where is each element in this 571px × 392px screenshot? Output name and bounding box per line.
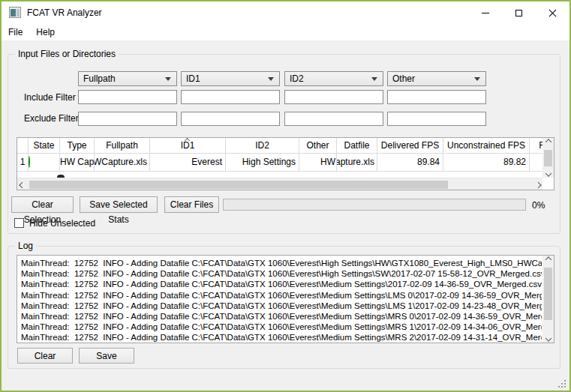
log-line: MainThread: 12752 INFO - Adding Datafile… [21,279,542,289]
header-datfile[interactable]: Datfile [337,138,377,154]
combo-value: Fullpath [79,72,165,85]
chevron-down-icon [165,77,171,81]
exclude-filter-input-2[interactable] [181,112,280,126]
row-number-header [17,138,29,154]
close-button[interactable] [536,1,569,24]
log-line: MainThread: 12752 INFO - Adding Datafile… [21,322,542,332]
chevron-down-icon [371,77,377,81]
header-delivered-fps[interactable]: Delivered FPS [377,138,443,154]
chevron-down-icon [268,77,274,81]
header-id1[interactable]: ID1 [150,138,226,154]
cell-unconstrained-fps: 89.82 [443,154,530,172]
chevron-up-icon [545,256,551,262]
title-bar[interactable]: FCAT VR Analyzer [2,1,569,24]
cell-state [29,154,60,172]
include-filter-input-1[interactable] [78,90,177,104]
log-line: MainThread: 12752 INFO - Adding Datafile… [21,290,542,301]
window-title: FCAT VR Analyzer [27,1,102,24]
log-line: MainThread: 12752 INFO - Adding Datafile… [21,258,542,268]
window-controls [468,1,569,24]
column-selector-id1[interactable]: ID1 [181,71,280,86]
log-line: MainThread: 12752 INFO - Adding Datafile… [21,301,542,311]
progress-percent: 0% [532,199,545,211]
combo-value: Other [388,72,474,85]
scroll-right-button[interactable] [531,179,542,190]
header-id2[interactable]: ID2 [226,138,299,154]
files-table: State Type Fullpath ID1 ID2 Other Datfil… [17,137,554,190]
hide-unselected-checkbox[interactable] [14,218,24,228]
scroll-down-button[interactable] [542,332,554,343]
include-filter-input-2[interactable] [181,90,280,104]
header-other[interactable]: Other [299,138,337,154]
horizontal-scroll-thumb[interactable] [29,181,448,189]
log-clear-button[interactable]: Clear [17,348,73,364]
exclude-filter-input-3[interactable] [284,112,383,126]
chevron-down-icon [545,170,551,176]
cell-id2: High Settings [226,154,299,172]
log-group-title: Log [15,241,36,251]
include-filter-input-3[interactable] [284,90,383,104]
table-vertical-scrollbar[interactable] [542,138,554,178]
combo-value: ID1 [182,72,268,85]
exclude-filter-input-1[interactable] [78,112,177,126]
save-selected-stats-button[interactable]: Save Selected Stats [80,196,158,213]
maximize-button[interactable] [502,1,536,24]
clear-files-button[interactable]: Clear Files [164,196,219,213]
table-horizontal-scrollbar[interactable] [17,178,542,190]
progress-bar [223,199,526,211]
maximize-icon [515,10,522,16]
cell-datfile: Capture.xls [337,154,377,172]
chevron-up-icon [545,139,551,145]
combo-value: ID2 [285,72,371,85]
state-green-icon [29,156,30,168]
menu-help[interactable]: Help [29,24,62,40]
column-selector-other[interactable]: Other [387,71,486,86]
close-icon [548,9,557,17]
cell-other: HW [299,154,337,172]
scroll-up-button[interactable] [542,138,554,148]
resize-grip-icon[interactable] [557,379,566,388]
include-filter-label: Include Filter [24,92,76,103]
log-line: MainThread: 12752 INFO - Adding Datafile… [21,332,542,343]
column-selector-id2[interactable]: ID2 [284,71,383,86]
log-vertical-scrollbar[interactable] [542,256,554,343]
table-row[interactable]: 1 HW Cap WCapture.xls Everest High Setti… [17,154,554,172]
header-state[interactable]: State [29,138,60,154]
header-type[interactable]: Type [60,138,95,154]
input-files-group-title: Input Files or Directories [15,49,119,59]
table-header-row: State Type Fullpath ID1 ID2 Other Datfil… [17,138,554,154]
app-icon [9,7,21,18]
minimize-icon [482,13,489,13]
scroll-up-button[interactable] [542,256,554,266]
cell-id1: Everest [150,154,226,172]
cell-fullpath: WCapture.xls [95,154,150,172]
header-fullpath[interactable]: Fullpath [95,138,150,154]
vertical-scroll-thumb[interactable] [544,150,552,166]
header-unconstrained-fps[interactable]: Unconstrained FPS [443,138,530,154]
app-window: FCAT VR Analyzer File Help Input Files o… [0,0,571,392]
exclude-filter-input-4[interactable] [387,112,486,126]
minimize-button[interactable] [468,1,502,24]
hide-unselected-label: Hide Unselected [29,218,95,229]
cell-type: HW Cap [60,154,95,172]
log-save-button[interactable]: Save [79,348,134,364]
menu-file[interactable]: File [2,24,29,40]
log-output[interactable]: MainThread: 12752 INFO - Adding Datafile… [17,255,554,343]
chevron-down-icon [545,335,551,341]
chevron-left-icon [19,181,25,187]
log-line: MainThread: 12752 INFO - Adding Datafile… [21,311,542,322]
clear-selection-button[interactable]: Clear Selection [11,196,74,213]
log-line: MainThread: 12752 INFO - Adding Datafile… [21,268,542,279]
row-number: 1 [17,154,29,172]
include-filter-input-4[interactable] [387,90,486,104]
cell-delivered-fps: 89.84 [377,154,443,172]
exclude-filter-label: Exclude Filter [24,113,79,124]
scroll-down-button[interactable] [542,167,554,178]
log-lines: MainThread: 12752 INFO - Adding Datafile… [21,258,542,343]
menu-bar: File Help [2,24,569,40]
scroll-left-button[interactable] [17,179,29,190]
vertical-scroll-thumb[interactable] [544,268,552,320]
column-selector-fullpath[interactable]: Fullpath [78,71,177,86]
chevron-down-icon [474,77,480,81]
chevron-right-icon [535,181,541,187]
